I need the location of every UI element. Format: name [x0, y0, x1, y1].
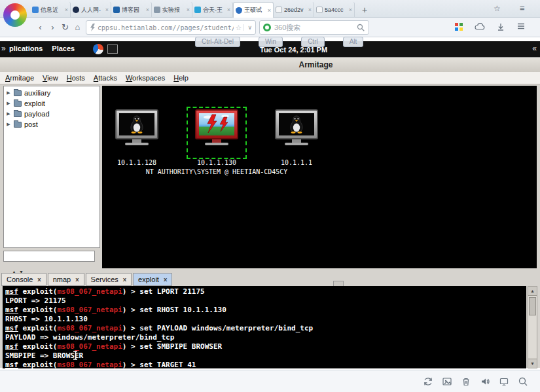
browser-logo-icon[interactable] [3, 3, 27, 27]
vnc-key-button[interactable]: Alt [343, 37, 364, 47]
console-tab-console[interactable]: ConsoleX [1, 273, 46, 286]
vnc-key-button[interactable]: Win [259, 37, 283, 47]
browser-tab[interactable]: 5a4ccc× [314, 2, 355, 18]
tab-close-icon[interactable]: × [349, 7, 352, 13]
console-line: msf exploit(ms08_067_netapi) > set SMBPI… [5, 342, 524, 351]
tab-close-icon[interactable]: × [65, 7, 68, 13]
module-filter-input[interactable] [3, 251, 95, 262]
console-tab-services[interactable]: ServicesX [86, 273, 132, 286]
sync-icon[interactable] [423, 376, 433, 387]
screen: 信息近×人人网-×博客园×实验报×合天-王×王硕试×26ed2v×5a4ccc×… [0, 0, 540, 392]
scroll-up-icon[interactable]: ▲ [528, 287, 537, 296]
tab-close-icon[interactable]: X [164, 277, 167, 283]
tab-close-icon[interactable]: × [146, 7, 149, 13]
browser-tab[interactable]: 人人网-× [71, 2, 111, 18]
scroll-down-icon[interactable]: ▼ [528, 359, 537, 368]
forward-button[interactable]: › [46, 20, 59, 34]
refresh-button[interactable]: ↻ [59, 20, 71, 34]
search-engine-icon [263, 24, 271, 31]
tree-item-label: exploit [24, 99, 45, 107]
url-field[interactable]: cppsu.hetianlab.com//pages/student/stumo… [86, 20, 256, 35]
home-button[interactable]: ⌂ [71, 20, 84, 34]
speaker-icon[interactable] [480, 376, 490, 387]
browser-tab[interactable]: 王硕试× [233, 2, 274, 18]
host-ip-label: 10.1.1.128 [109, 159, 165, 166]
vnc-key-button[interactable]: Ctrl [301, 37, 325, 47]
tab-close-icon[interactable]: X [123, 277, 126, 283]
panel-collapse-icon[interactable]: « [532, 44, 537, 53]
tab-close-icon[interactable]: × [105, 7, 109, 13]
search-input[interactable] [274, 24, 354, 31]
host-node[interactable]: 10.1.1.128 [109, 105, 165, 156]
desktop-menu-places[interactable]: Places [52, 45, 75, 52]
menu-workspaces[interactable]: Workspaces [126, 74, 165, 82]
panel-expand-icon[interactable]: » [1, 44, 6, 53]
host-node[interactable]: 10.1.1.130 [189, 105, 245, 156]
apps-grid-icon[interactable] [454, 22, 463, 31]
tab-close-icon[interactable]: × [268, 7, 271, 14]
tab-close-icon[interactable]: × [308, 7, 312, 13]
zoom-icon[interactable] [518, 376, 528, 387]
console-scrollbar[interactable]: ▲ ▼ [528, 286, 537, 368]
host-ip-label: 10.1.1.130 [189, 159, 245, 166]
window-icon[interactable] [499, 376, 509, 387]
desktop-menu-plications[interactable]: plications [9, 45, 43, 52]
console-line: RHOST => 10.1.1.130 [5, 315, 524, 324]
browser-tab[interactable]: 合天-王× [192, 2, 233, 18]
console-tab-nmap[interactable]: nmapX [48, 273, 84, 286]
expand-arrow-icon[interactable]: ▶ [6, 111, 11, 116]
console-line: PAYLOAD => windows/meterpreter/bind_tcp [5, 333, 524, 342]
speed-mode-icon[interactable] [90, 24, 95, 31]
search-icon[interactable] [357, 24, 365, 32]
menu-attacks[interactable]: Attacks [94, 74, 117, 82]
cloud-icon[interactable] [475, 22, 485, 31]
menu-view[interactable]: View [43, 74, 58, 82]
url-dropdown-icon[interactable]: ∨ [243, 24, 252, 31]
download-icon[interactable] [496, 22, 505, 31]
console-tab-strip: ConsoleXnmapXServicesXexploitX [1, 272, 172, 286]
browser-launcher-icon[interactable] [93, 44, 103, 54]
msf-prompt: msf [5, 287, 18, 296]
expand-arrow-icon[interactable]: ▶ [6, 101, 11, 106]
console-line: msf exploit(ms08_067_netapi) > set TARGE… [5, 361, 524, 368]
expand-arrow-icon[interactable]: ▶ [6, 90, 11, 96]
tab-title: 王硕试 [244, 6, 267, 14]
tab-list-icon[interactable]: ≡ [520, 3, 525, 13]
desktop-menus: plicationsPlaces [9, 45, 75, 52]
scroll-thumb[interactable] [529, 297, 536, 315]
session-label: NT AUTHORITY\SYSTEM @ HEETIAN-CD45CY [122, 168, 312, 175]
console-tab-label: Services [91, 276, 118, 283]
terminal-launcher-icon[interactable] [107, 45, 118, 54]
new-tab-button[interactable]: + [357, 2, 372, 18]
tree-item-exploit[interactable]: ▶exploit [4, 98, 99, 109]
tab-close-icon[interactable]: × [227, 7, 230, 13]
browser-tab[interactable]: 信息近× [30, 2, 71, 18]
image-icon[interactable] [442, 376, 452, 387]
host-node[interactable]: 10.1.1.1 [268, 105, 325, 156]
linux-tux-icon [279, 113, 314, 135]
menu-armitage[interactable]: Armitage [5, 74, 34, 82]
favorites-icon[interactable]: ☆ [494, 4, 501, 13]
msf-prompt: msf [5, 342, 18, 351]
menu-icon[interactable] [516, 22, 526, 31]
target-graph: NT AUTHORITY\SYSTEM @ HEETIAN-CD45CY 10.… [102, 86, 537, 268]
menu-help[interactable]: Help [173, 74, 189, 82]
browser-tab[interactable]: 博客园× [111, 2, 152, 18]
monitor-stand [212, 139, 221, 143]
tree-item-auxiliary[interactable]: ▶auxiliary [4, 88, 99, 98]
vnc-key-button[interactable]: Ctrl-Alt-Del [195, 37, 240, 47]
tab-close-icon[interactable]: X [75, 277, 79, 283]
tab-close-icon[interactable]: X [37, 277, 41, 283]
menu-hosts[interactable]: Hosts [67, 74, 85, 82]
tab-close-icon[interactable]: × [187, 7, 190, 13]
trash-icon[interactable] [461, 376, 471, 387]
expand-arrow-icon[interactable]: ▶ [6, 122, 11, 127]
search-box[interactable] [259, 20, 369, 35]
bookmark-star-icon[interactable]: ☆ [236, 24, 242, 32]
browser-tab[interactable]: 实验报× [152, 2, 192, 18]
console-tab-exploit[interactable]: exploitX [133, 273, 172, 286]
browser-tab[interactable]: 26ed2v× [274, 2, 314, 18]
back-button[interactable]: ‹ [34, 20, 46, 34]
tree-item-post[interactable]: ▶post [4, 119, 99, 130]
tree-item-payload[interactable]: ▶payload [4, 109, 99, 119]
